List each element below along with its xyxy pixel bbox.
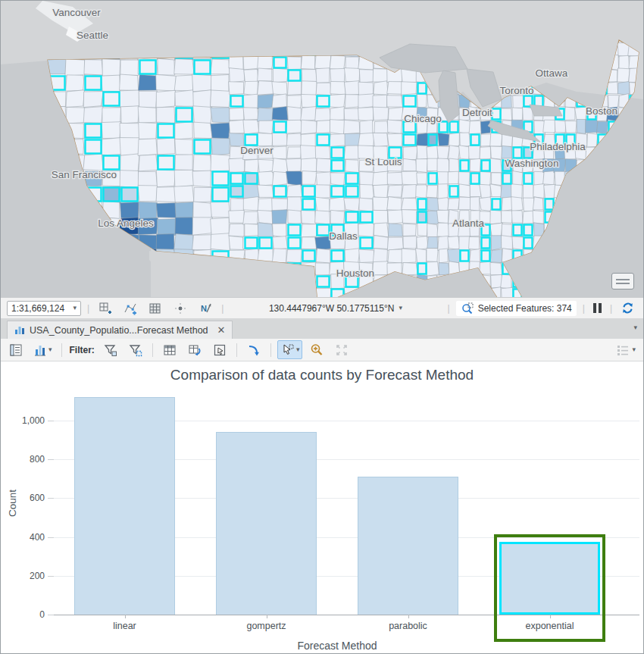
y-tick-label: 600 bbox=[8, 493, 45, 503]
map-coordinates[interactable]: 130.4447967°W 50.1775115°N ▾ bbox=[269, 303, 402, 314]
map-statusbar: 1:31,669,124 ▾ | N | 130.4447967°W 50.17… bbox=[1, 297, 643, 318]
chevron-down-icon: ▾ bbox=[48, 346, 52, 353]
legend-list-button[interactable]: ▾ bbox=[612, 341, 639, 359]
city-label: Toronto bbox=[499, 85, 533, 96]
city-label: Chicago bbox=[404, 113, 442, 124]
separator bbox=[152, 343, 153, 357]
switch-selection-button[interactable] bbox=[184, 340, 205, 360]
bar-chart-icon bbox=[14, 325, 25, 335]
x-tick bbox=[267, 615, 267, 618]
y-tick-label: 800 bbox=[8, 454, 45, 465]
separator: | bbox=[86, 303, 91, 314]
arcgis-window: VancouverSeattleSan FranciscoLos Angeles… bbox=[0, 0, 644, 654]
separator: | bbox=[446, 303, 452, 314]
coordinates-value: 130.4447967°W 50.1775115°N bbox=[269, 303, 395, 314]
bar-linear[interactable] bbox=[74, 397, 175, 615]
filter-label: Filter: bbox=[68, 345, 96, 355]
zoom-in-mode-button[interactable] bbox=[306, 340, 327, 360]
bar-parabolic[interactable] bbox=[358, 477, 458, 615]
selected-features-count: Selected Features: 374 bbox=[478, 303, 572, 314]
y-tick bbox=[48, 576, 54, 577]
x-label-gompertz: gompertz bbox=[202, 621, 331, 631]
separator: | bbox=[220, 303, 225, 314]
chart-tab-strip: USA_County_Populatio...Forecast Method ✕… bbox=[1, 318, 643, 339]
city-label: Denver bbox=[240, 145, 274, 156]
y-tick bbox=[48, 498, 54, 499]
chevron-down-icon: ▾ bbox=[399, 305, 402, 311]
city-label: Los Angeles bbox=[98, 217, 154, 229]
city-label: St Louis bbox=[365, 156, 402, 167]
y-tick-label: 200 bbox=[8, 571, 45, 581]
chart-panel: Comparison of data counts by Forecast Me… bbox=[1, 361, 643, 653]
city-label: Boston bbox=[586, 105, 617, 117]
map-scale-value: 1:31,669,124 bbox=[11, 303, 64, 314]
chart-gallery-button[interactable]: ▾ bbox=[30, 340, 55, 360]
x-label-parabolic: parabolic bbox=[344, 621, 473, 631]
chart-title: Comparison of data counts by Forecast Me… bbox=[1, 367, 643, 383]
separator: | bbox=[581, 303, 586, 314]
sort-button[interactable] bbox=[243, 340, 264, 360]
svg-text:N: N bbox=[201, 304, 207, 313]
filter-by-extent-button[interactable] bbox=[125, 340, 146, 360]
chevron-down-icon: ▾ bbox=[73, 305, 77, 311]
city-label: Vancouver bbox=[52, 7, 101, 18]
separator bbox=[270, 343, 271, 357]
city-label: Houston bbox=[336, 268, 374, 279]
x-tick bbox=[125, 615, 126, 618]
refresh-icon[interactable] bbox=[618, 299, 637, 317]
chevron-down-icon: ▾ bbox=[632, 346, 636, 353]
snapping-icon[interactable] bbox=[170, 299, 190, 318]
separator bbox=[236, 343, 237, 357]
highlight-annotation-box bbox=[494, 534, 605, 642]
city-label: Atlanta bbox=[452, 217, 485, 229]
pause-drawing-icon[interactable] bbox=[591, 303, 604, 313]
grid-plus-icon[interactable] bbox=[95, 299, 115, 318]
city-label: Seattle bbox=[77, 30, 108, 41]
usa-county-map[interactable]: VancouverSeattleSan FranciscoLos Angeles… bbox=[1, 1, 643, 297]
select-in-table-button[interactable] bbox=[209, 340, 230, 360]
city-label: Washington bbox=[505, 158, 559, 169]
bar-gompertz[interactable] bbox=[216, 432, 317, 615]
y-tick bbox=[48, 615, 54, 615]
north-arrow-icon[interactable]: N bbox=[195, 299, 215, 318]
selected-features-chip[interactable]: Selected Features: 374 bbox=[456, 301, 577, 316]
y-tick-label: 1,000 bbox=[8, 415, 45, 426]
map-messages-icon[interactable] bbox=[611, 273, 634, 289]
y-tick bbox=[48, 421, 54, 421]
tab-chart-forecast-method[interactable]: USA_County_Populatio...Forecast Method ✕ bbox=[7, 321, 233, 339]
separator bbox=[61, 343, 62, 357]
city-label: Dallas bbox=[329, 230, 358, 242]
chart-toolbar: ▾ Filter: ▾ ▾ bbox=[1, 339, 643, 361]
tab-list-chevron-icon[interactable]: ▾ bbox=[633, 324, 637, 331]
map-view[interactable]: VancouverSeattleSan FranciscoLos Angeles… bbox=[1, 1, 643, 297]
y-tick bbox=[48, 537, 54, 538]
x-tick bbox=[408, 615, 409, 618]
y-tick-label: 0 bbox=[8, 609, 45, 620]
close-icon[interactable]: ✕ bbox=[213, 324, 226, 336]
y-tick-label: 400 bbox=[8, 532, 45, 543]
grid-icon[interactable] bbox=[145, 299, 165, 318]
city-label: Ottawa bbox=[536, 67, 568, 79]
zoom-to-selection-icon bbox=[461, 302, 474, 315]
full-extent-button[interactable] bbox=[331, 340, 352, 360]
chart-properties-button[interactable] bbox=[5, 340, 27, 360]
map-scale-combobox[interactable]: 1:31,669,124 ▾ bbox=[7, 301, 81, 316]
tab-label: USA_County_Populatio...Forecast Method bbox=[30, 325, 208, 336]
y-tick bbox=[48, 459, 54, 460]
x-label-linear: linear bbox=[61, 621, 189, 631]
separator: | bbox=[608, 303, 614, 314]
filter-by-selection-button[interactable] bbox=[100, 340, 121, 360]
chevron-down-icon: ▾ bbox=[296, 346, 300, 353]
sketch-edit-icon[interactable] bbox=[120, 299, 140, 318]
show-data-table-button[interactable] bbox=[159, 340, 180, 360]
city-label: San Francisco bbox=[52, 169, 117, 180]
city-label: Philadelphia bbox=[530, 141, 586, 152]
selection-mode-button[interactable]: ▾ bbox=[277, 340, 303, 359]
city-label: Detroit bbox=[462, 107, 492, 118]
